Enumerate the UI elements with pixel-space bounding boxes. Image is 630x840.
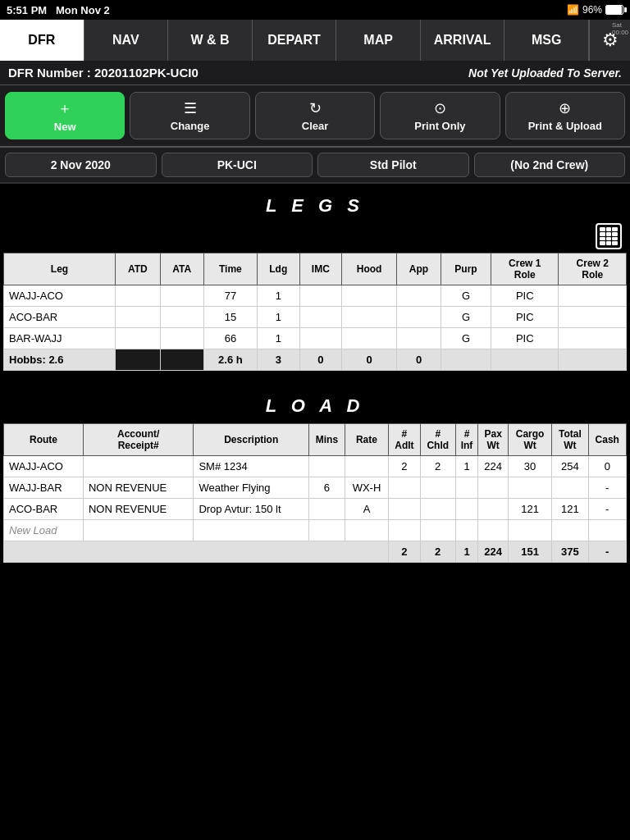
tab-depart[interactable]: DEPART [253, 20, 337, 61]
load-mins: 6 [309, 477, 345, 499]
load-paxwt: 224 [478, 456, 509, 477]
load-cargowt [509, 520, 552, 541]
load-route: WAJJ-ACO [4, 456, 84, 477]
hood-cell [342, 285, 397, 307]
crew1-cell: PIC [491, 328, 559, 349]
total-cash: - [588, 541, 626, 563]
dfr-number: DFR Number : 20201102PK-UCI0 [8, 66, 199, 80]
table-row[interactable]: BAR-WAJJ 66 1 G PIC [4, 328, 627, 349]
atd-cell [115, 307, 160, 328]
list-item[interactable]: WAJJ-BAR NON REVENUE Weather Flying 6 WX… [4, 477, 627, 499]
calculator-icon[interactable] [596, 223, 622, 249]
imc-cell [299, 285, 342, 307]
col-mins: Mins [309, 424, 345, 456]
hobbs-hood: 0 [342, 349, 397, 371]
tab-wb[interactable]: W & B [168, 20, 253, 61]
tab-arrival[interactable]: ARRIVAL [421, 20, 505, 61]
sat-info: Sat 00:00 [612, 21, 628, 36]
col-totalwt: TotalWt [552, 424, 588, 456]
legs-header-row: Leg ATD ATA Time Ldg IMC Hood App Purp C… [4, 253, 627, 285]
total-totalwt: 375 [552, 541, 588, 563]
load-description: Drop Avtur: 150 lt [194, 499, 309, 520]
hobbs-row: Hobbs: 2.6 2.6 h 3 0 0 0 [4, 349, 627, 371]
dfr-header: DFR Number : 20201102PK-UCI0 Not Yet Upl… [0, 61, 630, 85]
total-adlt: 2 [389, 541, 421, 563]
load-chld [420, 477, 455, 499]
load-table-container: Route Account/Receipt# Description Mins … [0, 423, 630, 563]
print-upload-icon: ⊕ [559, 99, 571, 117]
crew2-cell [559, 285, 627, 307]
status-time-date: 5:51 PM Mon Nov 2 [7, 4, 110, 16]
load-cargowt: 121 [509, 499, 552, 520]
load-totalwt [552, 477, 588, 499]
change-icon: ☰ [184, 99, 197, 117]
col-cargowt: CargoWt [509, 424, 552, 456]
ldg-cell: 1 [257, 307, 299, 328]
dfr-upload-status: Not Yet Uploaded To Server. [468, 66, 622, 80]
col-rate: Rate [345, 424, 388, 456]
atd-cell [115, 285, 160, 307]
load-rate [345, 520, 388, 541]
load-chld [420, 520, 455, 541]
load-totalwt: 254 [552, 456, 588, 477]
load-cargowt: 30 [509, 456, 552, 477]
purp-cell: G [441, 285, 491, 307]
load-inf [455, 499, 478, 520]
load-inf [455, 520, 478, 541]
top-nav: DFR NAV W & B DEPART MAP ARRIVAL MSG ⚙ S… [0, 20, 630, 61]
col-leg: Leg [4, 253, 116, 285]
aircraft-cell[interactable]: PK-UCI [162, 153, 313, 177]
print-only-button[interactable]: ⊙ Print Only [380, 92, 500, 139]
tab-map[interactable]: MAP [336, 20, 421, 61]
load-cash [588, 520, 626, 541]
leg-cell: BAR-WAJJ [4, 328, 116, 349]
pilot-cell[interactable]: Std Pilot [317, 153, 469, 177]
hood-cell [342, 307, 397, 328]
table-row[interactable]: WAJJ-ACO 77 1 G PIC [4, 285, 627, 307]
imc-cell [299, 328, 342, 349]
tab-dfr[interactable]: DFR [0, 20, 84, 61]
load-totals-row: 2 2 1 224 151 375 - [4, 541, 627, 563]
app-cell [397, 285, 441, 307]
col-inf: #Inf [455, 424, 478, 456]
load-account [83, 456, 193, 477]
change-button[interactable]: ☰ Change [130, 92, 249, 139]
clear-button[interactable]: ↻ Clear [255, 92, 375, 139]
crew2-cell[interactable]: (No 2nd Crew) [474, 153, 626, 177]
load-account: NON REVENUE [83, 477, 193, 499]
purp-cell: G [441, 328, 491, 349]
load-cash: 0 [588, 456, 626, 477]
list-item[interactable]: ACO-BAR NON REVENUE Drop Avtur: 150 lt A… [4, 499, 627, 520]
load-paxwt [478, 520, 509, 541]
col-imc: IMC [299, 253, 342, 285]
load-adlt [389, 499, 421, 520]
info-row: 2 Nov 2020 PK-UCI Std Pilot (No 2nd Crew… [0, 148, 630, 184]
load-cash: - [588, 499, 626, 520]
table-row[interactable]: ACO-BAR 15 1 G PIC [4, 307, 627, 328]
legs-section: L E G S Leg ATD ATA Time Ldg IMC Hood [0, 184, 630, 384]
load-account: NON REVENUE [83, 499, 193, 520]
time-cell: 66 [203, 328, 257, 349]
date-cell[interactable]: 2 Nov 2020 [5, 153, 157, 177]
load-title: L O A D [0, 384, 630, 423]
print-upload-button[interactable]: ⊕ Print & Upload [505, 92, 625, 139]
col-hood: Hood [342, 253, 397, 285]
col-ldg: Ldg [257, 253, 299, 285]
total-cargowt: 151 [509, 541, 552, 563]
tab-nav[interactable]: NAV [84, 20, 169, 61]
hobbs-ldg: 3 [257, 349, 299, 371]
list-item[interactable]: New Load [4, 520, 627, 541]
new-button[interactable]: ＋ New [5, 92, 125, 139]
col-adlt: #Adlt [389, 424, 421, 456]
settings-button[interactable]: ⚙ Sat 00:00 [589, 20, 630, 61]
load-description: Weather Flying [194, 477, 309, 499]
list-item[interactable]: WAJJ-ACO SM# 1234 2 2 1 224 30 254 0 [4, 456, 627, 477]
tab-msg[interactable]: MSG [504, 20, 589, 61]
action-buttons-row: ＋ New ☰ Change ↻ Clear ⊙ Print Only ⊕ Pr… [0, 85, 630, 148]
col-description: Description [194, 424, 309, 456]
hobbs-time: 2.6 h [203, 349, 257, 371]
load-route: New Load [4, 520, 84, 541]
purp-cell: G [441, 307, 491, 328]
load-adlt: 2 [389, 456, 421, 477]
hobbs-app: 0 [397, 349, 441, 371]
